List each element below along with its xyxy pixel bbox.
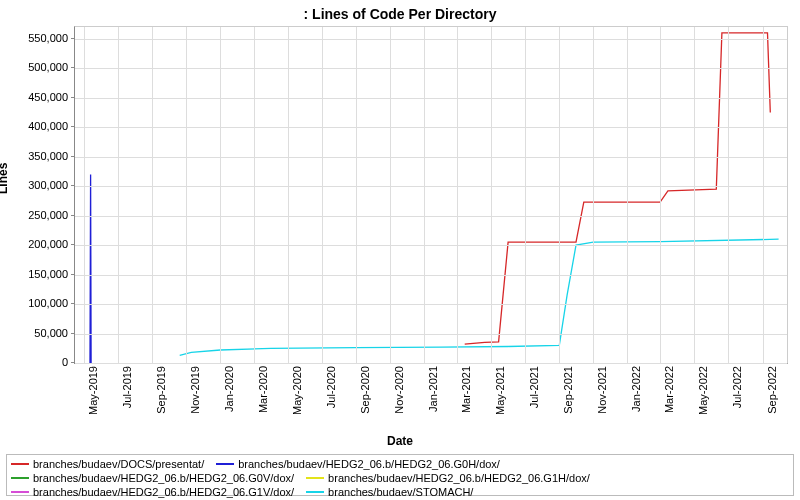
x-tick-label: Sep-2021 — [562, 366, 574, 430]
x-tick-label: Jul-2022 — [731, 366, 743, 430]
x-tick-label: Jul-2019 — [121, 366, 133, 430]
legend-swatch — [216, 463, 234, 465]
y-tick-label: 300,000 — [6, 179, 68, 191]
y-tick-label: 550,000 — [6, 32, 68, 44]
legend: branches/budaev/DOCS/presentat/branches/… — [6, 454, 794, 496]
y-tick-label: 100,000 — [6, 297, 68, 309]
y-tick-label: 250,000 — [6, 209, 68, 221]
y-tick-label: 450,000 — [6, 91, 68, 103]
x-tick-label: May-2020 — [291, 366, 303, 430]
legend-swatch — [11, 463, 29, 465]
y-tick-label: 500,000 — [6, 61, 68, 73]
x-tick-label: Mar-2021 — [460, 366, 472, 430]
legend-swatch — [11, 477, 29, 479]
x-tick-label: Nov-2019 — [189, 366, 201, 430]
x-axis-label: Date — [0, 434, 800, 448]
legend-item: branches/budaev/HEDG2_06.b/HEDG2_06.G1H/… — [306, 471, 590, 485]
y-tick-label: 150,000 — [6, 268, 68, 280]
legend-swatch — [306, 477, 324, 479]
x-tick-label: Sep-2022 — [766, 366, 778, 430]
x-tick-label: Sep-2020 — [359, 366, 371, 430]
x-tick-label: Jan-2022 — [630, 366, 642, 430]
y-tick-label: 200,000 — [6, 238, 68, 250]
series-svg — [75, 27, 787, 363]
legend-item: branches/budaev/STOMACH/ — [306, 485, 473, 499]
series-line — [180, 239, 779, 355]
legend-item: branches/budaev/HEDG2_06.b/HEDG2_06.G0V/… — [11, 471, 294, 485]
legend-item: branches/budaev/DOCS/presentat/ — [11, 457, 204, 471]
x-tick-label: Nov-2020 — [393, 366, 405, 430]
y-tick-label: 50,000 — [6, 327, 68, 339]
plot-area — [74, 26, 788, 364]
y-tick-label: 350,000 — [6, 150, 68, 162]
series-line — [465, 33, 771, 344]
legend-swatch — [11, 491, 29, 493]
legend-swatch — [306, 491, 324, 493]
series-line — [90, 174, 91, 363]
x-tick-label: Jul-2021 — [528, 366, 540, 430]
x-tick-label: May-2022 — [697, 366, 709, 430]
x-tick-label: Mar-2020 — [257, 366, 269, 430]
legend-label: branches/budaev/HEDG2_06.b/HEDG2_06.G1H/… — [328, 471, 590, 485]
legend-label: branches/budaev/STOMACH/ — [328, 485, 473, 499]
x-tick-label: Sep-2019 — [155, 366, 167, 430]
legend-label: branches/budaev/HEDG2_06.b/HEDG2_06.G0H/… — [238, 457, 500, 471]
legend-item: branches/budaev/HEDG2_06.b/HEDG2_06.G0H/… — [216, 457, 500, 471]
loc-per-directory-chart: : Lines of Code Per Directory Lines 050,… — [0, 0, 800, 500]
x-tick-label: Mar-2022 — [663, 366, 675, 430]
x-tick-label: Jul-2020 — [325, 366, 337, 430]
y-tick-label: 400,000 — [6, 120, 68, 132]
x-tick-label: Jan-2020 — [223, 366, 235, 430]
legend-label: branches/budaev/HEDG2_06.b/HEDG2_06.G1V/… — [33, 485, 294, 499]
x-tick-label: Jan-2021 — [427, 366, 439, 430]
x-tick-label: Nov-2021 — [596, 366, 608, 430]
legend-label: branches/budaev/DOCS/presentat/ — [33, 457, 204, 471]
x-tick-label: May-2021 — [494, 366, 506, 430]
legend-label: branches/budaev/HEDG2_06.b/HEDG2_06.G0V/… — [33, 471, 294, 485]
y-tick-label: 0 — [6, 356, 68, 368]
x-tick-label: May-2019 — [87, 366, 99, 430]
chart-title: : Lines of Code Per Directory — [0, 6, 800, 22]
legend-item: branches/budaev/HEDG2_06.b/HEDG2_06.G1V/… — [11, 485, 294, 499]
